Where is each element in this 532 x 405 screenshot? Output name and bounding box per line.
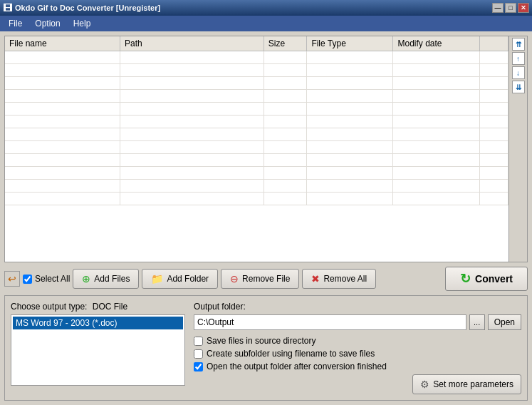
output-type-label: Choose output type: DOC File: [11, 302, 185, 312]
add-folder-button[interactable]: 📁 Add Folder: [142, 269, 218, 289]
nav-to-bottom-button[interactable]: ⇊: [512, 81, 525, 93]
convert-button[interactable]: ↻ Convert: [445, 267, 528, 291]
table-row: [5, 77, 508, 90]
action-buttons: ⊕ Add Files 📁 Add Folder ⊖ Remove File ✖…: [73, 269, 442, 289]
table-row: [5, 167, 508, 180]
nav-down-button[interactable]: ↓: [512, 66, 525, 79]
output-folder-section: Output folder: ... Open Save files in so…: [194, 302, 521, 394]
open-output-label: Open the output folder after conversion …: [207, 362, 387, 371]
menu-bar: File Option Help: [0, 16, 532, 31]
toolbar-area: ↩ Select All ⊕ Add Files 📁 Add Folder ⊖ …: [4, 265, 528, 292]
col-header-size: Size: [264, 36, 307, 51]
output-type-section: Choose output type: DOC File MS Word 97 …: [11, 302, 185, 394]
add-files-button[interactable]: ⊕ Add Files: [73, 269, 139, 289]
menu-help[interactable]: Help: [68, 17, 97, 30]
set-more-params-button[interactable]: ⚙ Set more parameters: [412, 374, 521, 394]
table-row: [5, 90, 508, 103]
table-row: [5, 103, 508, 116]
checkbox-row-2: Create subfolder using filename to save …: [194, 349, 521, 359]
col-header-filetype: File Type: [307, 36, 393, 51]
save-source-checkbox[interactable]: [194, 337, 203, 346]
save-source-label: Save files in source directory: [207, 336, 315, 346]
output-type-list[interactable]: MS Word 97 - 2003 (*.doc): [11, 314, 185, 386]
table-row: [5, 154, 508, 167]
browse-button[interactable]: ...: [469, 314, 485, 330]
convert-icon: ↻: [460, 271, 471, 287]
create-subfolder-label: Create subfolder using filename to save …: [207, 349, 375, 359]
right-controls: ⇈ ↑ ↓ ⇊: [508, 36, 527, 262]
remove-all-icon: ✖: [311, 273, 320, 284]
close-button[interactable]: ✕: [518, 3, 529, 13]
file-table: File name Path Size File Type Modify dat…: [5, 36, 508, 262]
params-row: ⚙ Set more parameters: [194, 374, 521, 394]
remove-file-button[interactable]: ⊖ Remove File: [221, 269, 299, 289]
col-header-filename: File name: [5, 36, 120, 51]
main-area: File name Path Size File Type Modify dat…: [0, 31, 532, 405]
output-type-item[interactable]: MS Word 97 - 2003 (*.doc): [13, 317, 183, 329]
app-title: Okdo Gif to Doc Converter [Unregister]: [15, 4, 160, 12]
open-folder-button[interactable]: Open: [488, 314, 521, 330]
remove-file-icon: ⊖: [230, 273, 239, 284]
bottom-panel: Choose output type: DOC File MS Word 97 …: [4, 295, 528, 401]
open-output-checkbox[interactable]: [194, 362, 203, 371]
col-header-moddate: Modify date: [393, 36, 479, 51]
title-bar: 🎞 Okdo Gif to Doc Converter [Unregister]…: [0, 0, 532, 16]
table-row: [5, 116, 508, 128]
table-row: [5, 141, 508, 154]
add-files-icon: ⊕: [82, 273, 90, 284]
table-row: [5, 128, 508, 141]
file-list-container: File name Path Size File Type Modify dat…: [4, 36, 528, 262]
restore-button[interactable]: □: [505, 3, 516, 13]
col-header-extra: [479, 36, 508, 51]
output-folder-label: Output folder:: [194, 302, 521, 312]
menu-file[interactable]: File: [3, 17, 28, 30]
select-all-label: Select All: [35, 274, 70, 284]
checkbox-row-1: Save files in source directory: [194, 336, 521, 346]
folder-row: ... Open: [194, 314, 521, 330]
output-folder-input[interactable]: [194, 314, 466, 330]
create-subfolder-checkbox[interactable]: [194, 349, 203, 359]
nav-to-top-button[interactable]: ⇈: [512, 38, 525, 51]
table-row: [5, 180, 508, 193]
nav-up-button[interactable]: ↑: [512, 52, 525, 65]
table-row: [5, 64, 508, 77]
app-icon: 🎞: [3, 3, 12, 14]
minimize-button[interactable]: —: [492, 3, 504, 13]
select-all-wrap: Select All: [23, 274, 70, 284]
gear-icon: ⚙: [420, 379, 429, 390]
select-all-checkbox[interactable]: [23, 275, 32, 284]
checkbox-row-3: Open the output folder after conversion …: [194, 362, 521, 371]
col-header-path: Path: [120, 36, 264, 51]
menu-option[interactable]: Option: [29, 17, 66, 30]
table-row: [5, 51, 508, 64]
add-folder-icon: 📁: [151, 273, 163, 284]
table-row: [5, 193, 508, 205]
remove-all-button[interactable]: ✖ Remove All: [302, 269, 376, 289]
back-button[interactable]: ↩: [4, 271, 20, 287]
